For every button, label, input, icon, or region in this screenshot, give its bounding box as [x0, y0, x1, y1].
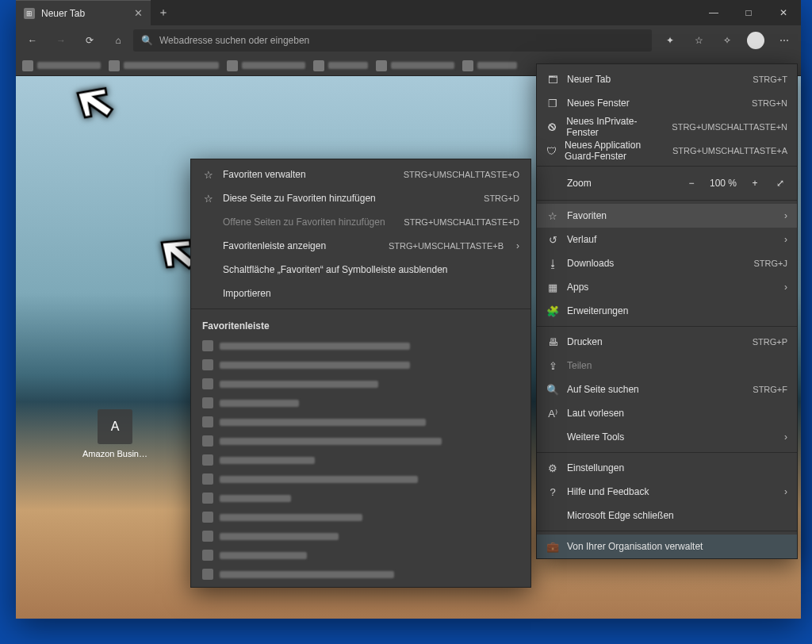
chevron-right-icon: ›	[784, 210, 787, 221]
read-aloud-icon: A⁾	[546, 408, 559, 420]
chevron-right-icon: ›	[784, 431, 787, 443]
profile-button[interactable]	[742, 29, 769, 52]
new-tab-button[interactable]: ＋	[151, 0, 176, 25]
menu-appguard[interactable]: 🛡Neues Application Guard-FensterSTRG+UMS…	[537, 139, 797, 163]
close-tab-icon[interactable]: ✕	[134, 7, 143, 19]
favorite-entry[interactable]	[191, 527, 530, 546]
menu-history[interactable]: ↺Verlauf›	[537, 228, 797, 251]
menu-close-edge[interactable]: Microsoft Edge schließen	[537, 504, 797, 527]
search-icon: 🔍	[546, 384, 559, 396]
favicon-icon	[202, 397, 213, 408]
submenu-hide-favorites-button[interactable]: Schaltfläche „Favoriten“ auf Symbolleist…	[191, 258, 530, 282]
favicon-icon	[202, 435, 213, 447]
favorite-entry[interactable]	[191, 355, 530, 374]
favicon-icon	[202, 493, 213, 504]
chevron-right-icon: ›	[516, 240, 519, 251]
submenu-add-page[interactable]: ☆Diese Seite zu Favoriten hinzufügenSTRG…	[191, 186, 530, 210]
favorite-icon[interactable]: ☆	[685, 29, 712, 52]
favorites-bar-item[interactable]	[313, 60, 368, 71]
close-window-button[interactable]: ✕	[766, 0, 801, 25]
menu-read-aloud[interactable]: A⁾Laut vorlesen	[537, 401, 797, 425]
maximize-button[interactable]: □	[731, 0, 766, 25]
favorite-entry[interactable]	[191, 470, 530, 489]
favorite-entry[interactable]	[191, 431, 530, 450]
back-button[interactable]: ←	[19, 29, 46, 52]
minimize-button[interactable]: —	[696, 0, 731, 25]
favorite-entry[interactable]	[191, 450, 530, 470]
menu-separator	[191, 309, 530, 309]
tab-title: Neuer Tab	[41, 8, 85, 19]
new-window-icon: ❐	[546, 98, 559, 109]
favorites-bar-item[interactable]	[227, 60, 305, 71]
menu-find[interactable]: 🔍Auf Seite suchenSTRG+F	[537, 378, 797, 401]
menu-separator	[537, 200, 797, 201]
chevron-right-icon: ›	[784, 282, 787, 293]
favorite-entry[interactable]	[191, 393, 530, 412]
tile-label: Amazon Busin…	[82, 449, 147, 458]
zoom-in-button[interactable]: +	[748, 178, 762, 189]
favorites-bar-item[interactable]	[22, 60, 101, 71]
address-bar[interactable]: 🔍 Webadresse suchen oder eingeben	[133, 29, 652, 52]
star-icon: ☆	[546, 210, 559, 222]
appguard-icon: 🛡	[546, 145, 557, 157]
favorites-bar-item[interactable]	[109, 60, 219, 71]
menu-share: ⇪Teilen	[537, 354, 797, 378]
forward-button[interactable]: →	[48, 29, 75, 52]
search-icon: 🔍	[141, 35, 153, 46]
menu-new-tab[interactable]: 🗔Neuer TabSTRG+T	[537, 67, 797, 91]
menu-favorites[interactable]: ☆Favoriten›	[537, 204, 797, 228]
quick-link-tile[interactable]: A Amazon Busin…	[79, 409, 151, 458]
menu-apps[interactable]: ▦Apps›	[537, 275, 797, 299]
menu-zoom-row: Zoom − 100 % + ⤢	[537, 170, 797, 197]
home-button[interactable]: ⌂	[105, 29, 132, 52]
gear-icon: ⚙	[546, 462, 559, 474]
menu-new-window[interactable]: ❐Neues FensterSTRG+N	[537, 91, 797, 115]
submenu-manage-favorites[interactable]: ☆Favoriten verwaltenSTRG+UMSCHALTTASTE+O	[191, 163, 530, 186]
submenu-show-favorites-bar[interactable]: Favoritenleiste anzeigenSTRG+UMSCHALTTAS…	[191, 234, 530, 258]
favorites-bar-item[interactable]	[462, 60, 517, 71]
zoom-out-button[interactable]: −	[684, 178, 699, 189]
menu-help[interactable]: ?Hilfe und Feedback›	[537, 480, 797, 504]
menu-separator	[537, 531, 797, 531]
zoom-value: 100 %	[710, 178, 737, 189]
favorite-entry[interactable]	[191, 546, 530, 565]
submenu-import[interactable]: Importieren	[191, 282, 530, 305]
favorite-entry[interactable]	[191, 508, 530, 527]
menu-downloads[interactable]: ⭳DownloadsSTRG+J	[537, 251, 797, 275]
menu-extensions[interactable]: 🧩Erweiterungen	[537, 299, 797, 323]
menu-settings[interactable]: ⚙Einstellungen	[537, 456, 797, 480]
menu-separator	[537, 452, 797, 453]
favicon-icon	[202, 378, 213, 389]
favicon-icon	[202, 531, 213, 542]
fullscreen-button[interactable]: ⤢	[773, 178, 787, 189]
favorite-entry[interactable]	[191, 374, 530, 393]
settings-ellipsis-button[interactable]: ⋯	[771, 29, 798, 52]
refresh-button[interactable]: ⟳	[76, 29, 103, 52]
svg-marker-0	[69, 77, 120, 128]
zoom-label: Zoom	[546, 178, 592, 189]
favorites-bar-header: Favoritenleiste	[191, 312, 530, 336]
toolbar: ← → ⟳ ⌂ 🔍 Webadresse suchen oder eingebe…	[16, 25, 801, 56]
favorites-bar-item[interactable]	[376, 60, 454, 71]
browser-window: ⊞ Neuer Tab ✕ ＋ — □ ✕ ← → ⟳ ⌂ 🔍 Webadres…	[16, 0, 801, 619]
window-controls: — □ ✕	[696, 0, 801, 25]
titlebar: ⊞ Neuer Tab ✕ ＋ — □ ✕	[16, 0, 801, 25]
help-icon: ?	[546, 486, 559, 498]
menu-more-tools[interactable]: Weitere Tools›	[537, 425, 797, 449]
menu-managed-by-org[interactable]: 💼Von Ihrer Organisation verwaltet	[537, 535, 797, 558]
print-icon: 🖶	[546, 336, 559, 348]
favorite-entry[interactable]	[191, 489, 530, 508]
favorite-entry[interactable]	[191, 336, 530, 355]
menu-print[interactable]: 🖶DruckenSTRG+P	[537, 330, 797, 354]
tile-icon: A	[98, 409, 132, 444]
menu-separator	[537, 166, 797, 167]
favorites-hub-icon[interactable]: ✧	[714, 29, 741, 52]
browser-tab[interactable]: ⊞ Neuer Tab ✕	[16, 0, 151, 25]
favorites-submenu: ☆Favoriten verwaltenSTRG+UMSCHALTTASTE+O…	[190, 159, 531, 588]
favorite-entry[interactable]	[191, 565, 530, 584]
translate-icon[interactable]: ✦	[657, 29, 684, 52]
menu-inprivate[interactable]: 🛇Neues InPrivate-FensterSTRG+UMSCHALTTAS…	[537, 115, 797, 139]
favicon-icon	[376, 60, 387, 71]
favorite-entry[interactable]	[191, 412, 530, 431]
favicon-icon	[202, 473, 213, 485]
